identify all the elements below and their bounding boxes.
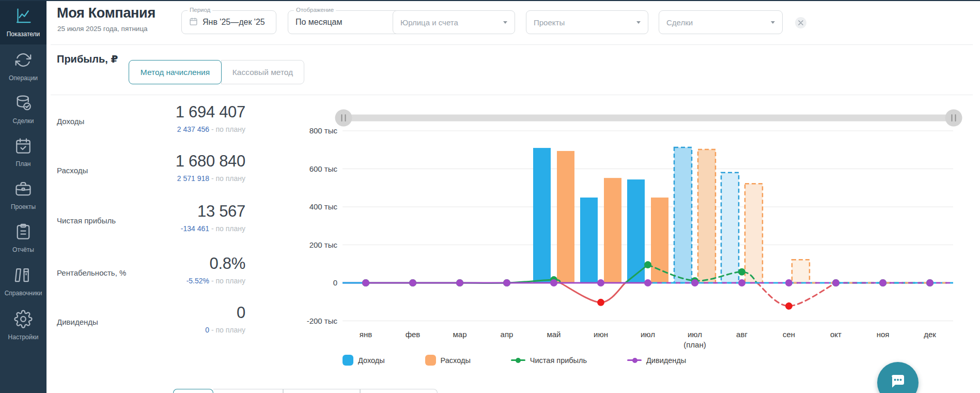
x-axis-label: июл	[641, 330, 655, 339]
net-profit-marker-icon	[511, 358, 525, 363]
stat-label: Дивиденды	[57, 318, 98, 326]
net-profit-point	[738, 268, 745, 276]
bar-expense	[557, 151, 574, 283]
projects-select[interactable]: Проекты	[526, 10, 648, 34]
sidebar-item-label: Сделки	[13, 118, 34, 125]
legend-label: Расходы	[441, 356, 471, 365]
period-select[interactable]: Период Янв '25—дек '25	[181, 10, 276, 34]
line-chart-icon	[14, 7, 33, 27]
chevron-down-icon	[771, 21, 775, 24]
chevron-down-icon	[503, 21, 507, 24]
chart-range-slider[interactable]	[335, 110, 962, 127]
sync-icon	[14, 51, 33, 71]
dividends-point	[926, 279, 934, 286]
main-content: Моя Компания 25 июля 2025 года, пятница …	[46, 0, 980, 393]
bar-income	[674, 147, 692, 283]
deals-select[interactable]: Сделки	[659, 10, 783, 34]
briefcase-icon	[14, 179, 33, 200]
net-profit-point	[785, 303, 792, 310]
stat-label: Расходы	[57, 166, 88, 175]
x-axis-label: июл(план)	[683, 330, 706, 349]
legend-item-expenses[interactable]: Расходы	[425, 355, 471, 366]
chart-legend: Доходы Расходы Чистая прибыль Дивиденды	[343, 355, 686, 366]
display-mode-label: Отображение	[294, 7, 336, 13]
slider-handle-right[interactable]	[945, 110, 962, 127]
bar-income	[627, 179, 645, 283]
legend-item-net-profit[interactable]: Чистая прибыль	[511, 356, 587, 365]
legend-item-income[interactable]: Доходы	[343, 355, 385, 366]
bottom-tab-4[interactable]	[360, 389, 438, 393]
tab-accrual-method[interactable]: Метод начисления	[129, 60, 222, 84]
stat-plan-link[interactable]: 2 437 456	[177, 125, 209, 133]
sidebar-item-label: Справочники	[5, 290, 42, 297]
sidebar-item-reports[interactable]: Отчёты	[0, 217, 46, 259]
legal-entities-placeholder: Юрлица и счета	[400, 18, 458, 27]
dividends-point	[879, 279, 886, 286]
display-mode-value: По месяцам	[295, 18, 342, 27]
net-profit-line	[560, 283, 625, 303]
stat-plan-suffix: - по плану	[211, 125, 245, 133]
net-profit-point	[644, 261, 651, 268]
slider-handle-left[interactable]	[335, 110, 352, 127]
dividends-point	[456, 279, 463, 286]
stat-plan-link[interactable]: 2 571 918	[177, 174, 209, 183]
legal-entities-select[interactable]: Юрлица и счета	[393, 10, 515, 34]
app-window: Показатели Операции Сделки План Проекты	[0, 0, 980, 393]
stat-plan-link[interactable]: -134 461	[181, 224, 209, 233]
x-axis-label: окт	[830, 330, 842, 339]
legend-label: Дивиденды	[646, 356, 686, 365]
calendar-icon	[189, 17, 198, 28]
svg-text:400 тыс: 400 тыс	[309, 202, 338, 211]
tab-cash-method[interactable]: Кассовый метод	[221, 60, 304, 84]
sidebar-item-deals[interactable]: Сделки	[0, 88, 46, 130]
stat-row-dividends: Дивиденды 0 0 - по плану	[57, 304, 245, 334]
stat-plan-suffix: - по плану	[211, 326, 245, 334]
sidebar-item-label: Операции	[9, 75, 38, 82]
stat-row-net-profit: Чистая прибыль 13 567 -134 461 - по план…	[57, 203, 245, 233]
sidebar-item-settings[interactable]: Настройки	[0, 303, 46, 347]
sidebar-item-label: Показатели	[7, 31, 40, 38]
svg-text:-200 тыс: -200 тыс	[307, 316, 338, 325]
bar-income	[580, 198, 598, 283]
stat-label: Доходы	[57, 117, 84, 126]
sidebar-item-directories[interactable]: Справочники	[0, 259, 46, 303]
svg-text:200 тыс: 200 тыс	[309, 240, 338, 249]
sidebar-item-indicators[interactable]: Показатели	[0, 0, 46, 44]
bar-income	[533, 148, 551, 283]
sidebar-item-operations[interactable]: Операции	[0, 44, 46, 88]
clear-filters-button[interactable]	[795, 17, 806, 28]
stat-plan-link[interactable]: 0	[205, 326, 209, 334]
svg-text:800 тыс: 800 тыс	[309, 126, 338, 135]
database-check-icon	[14, 94, 33, 114]
bottom-tab-3[interactable]	[283, 389, 360, 393]
bar-expense	[604, 178, 621, 283]
bar-expense	[698, 149, 715, 283]
x-axis-label: авг	[736, 330, 748, 339]
bottom-tab-2[interactable]	[213, 389, 283, 393]
stat-plan-suffix: - по плану	[211, 277, 245, 285]
bar-expense	[792, 260, 810, 283]
dividends-point	[550, 279, 557, 286]
dividends-point	[832, 279, 839, 286]
sidebar-item-plan[interactable]: План	[0, 130, 46, 173]
bottom-tab-1[interactable]	[173, 389, 213, 393]
income-swatch-icon	[343, 355, 353, 366]
chat-bubble-icon	[888, 371, 908, 392]
dividends-point	[362, 279, 369, 286]
books-icon	[14, 266, 33, 286]
dividends-point	[785, 279, 792, 286]
calendar-check-icon	[14, 137, 33, 157]
dividends-point	[503, 279, 510, 286]
sidebar-item-projects[interactable]: Проекты	[0, 173, 46, 217]
stat-row-expenses: Расходы 1 680 840 2 571 918 - по плану	[57, 153, 245, 183]
sidebar: Показатели Операции Сделки План Проекты	[0, 0, 46, 393]
stat-row-profitability: Рентабельность, % 0.8% -5.52% - по плану	[57, 255, 245, 285]
legend-item-dividends[interactable]: Дивиденды	[627, 356, 686, 365]
projects-placeholder: Проекты	[534, 18, 565, 27]
x-axis-label: апр	[501, 330, 514, 339]
stat-plan-link[interactable]: -5.52%	[186, 277, 209, 285]
stat-plan-suffix: - по плану	[211, 224, 245, 233]
profit-section-title: Прибыль, ₽	[57, 53, 118, 65]
dividends-point	[738, 279, 745, 286]
dividends-marker-icon	[627, 358, 642, 363]
